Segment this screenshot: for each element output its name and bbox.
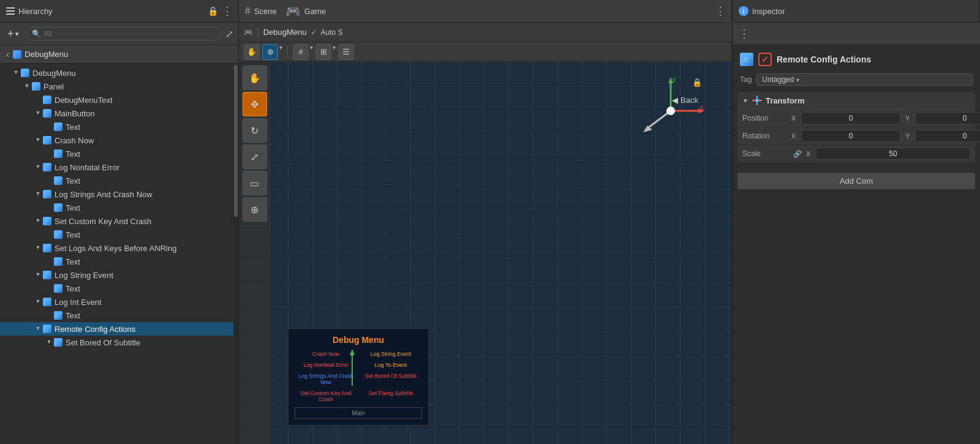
tree-item-label: Text	[66, 257, 80, 266]
set-bored-preview[interactable]: Set Bored Of Subtitle	[360, 372, 422, 386]
tree-item[interactable]: Log String Event	[0, 268, 233, 282]
tree-item-label: DebugMenuText	[55, 96, 113, 105]
move-gizmo-btn[interactable]: ✥	[243, 92, 267, 116]
scene-cube-icon: 🎮	[244, 28, 253, 37]
tree-item[interactable]: Crash Now	[0, 134, 233, 147]
rect-tool-btn[interactable]: ⊞	[315, 44, 331, 60]
transform-section: ▼ Transform Position	[737, 92, 975, 163]
rotation-x-input[interactable]	[801, 130, 900, 142]
inspector-content: □ ✓ Remote Config Actions Tag Untagged ▾…	[733, 45, 980, 444]
position-y-input[interactable]	[915, 112, 980, 124]
add-component-button[interactable]: Add Com	[737, 173, 975, 189]
tree-item[interactable]: Set Custom Key And Crash	[0, 214, 233, 228]
multi-gizmo-btn[interactable]: ⊕	[243, 197, 267, 222]
rotation-y-input[interactable]	[915, 130, 980, 142]
hierarchy-tree: DebugMenuPanelDebugMenuTextMainButtonTex…	[0, 64, 233, 444]
rect-gizmo-btn[interactable]: ▭	[243, 171, 267, 195]
log-to-event-preview[interactable]: Log To Event	[360, 361, 422, 369]
debug-menu-preview: Debug Menu Crash Now Log String Event Lo…	[288, 328, 429, 426]
tree-item[interactable]: Text	[0, 309, 233, 322]
tree-item[interactable]: Log Int Event	[0, 295, 233, 309]
lock-icon[interactable]: 🔒	[208, 6, 218, 16]
tree-item-label: Text	[66, 230, 80, 239]
tag-value[interactable]: Untagged ▾	[756, 73, 973, 86]
rotate-gizmo-btn[interactable]: ↻	[243, 118, 267, 143]
tree-item[interactable]: MainButton	[0, 107, 233, 120]
tree-item[interactable]: DebugMenuText	[0, 93, 233, 107]
move-tool-btn[interactable]: ⊕	[262, 44, 278, 60]
rect-tool-group: ⊞ ▾	[315, 44, 336, 60]
more-options-icon[interactable]: ⋮	[222, 4, 232, 18]
inspector-more-icon[interactable]: ⋮	[739, 27, 749, 40]
separator-1	[287, 46, 288, 58]
scene-more-options-icon[interactable]: ⋮	[715, 4, 725, 18]
hierarchy-breadcrumb: ‹ DebugMenu	[0, 45, 238, 64]
position-label: Position	[742, 114, 791, 122]
tree-item-label: Set Custom Key And Crash	[55, 217, 151, 226]
tree-item[interactable]: Text	[0, 174, 233, 187]
hierarchy-panel: + ▾ 🔍 ⤢ ‹ DebugMenu DebugMenuPanelDebugM…	[0, 23, 239, 444]
tree-item-label: Text	[66, 284, 80, 293]
tree-item[interactable]: Set Bored Of Subtitle	[0, 336, 233, 349]
tree-item[interactable]: Set Logs And Keys Before ANRing	[0, 241, 233, 255]
back-button-scene[interactable]: ◀ Back	[672, 96, 698, 105]
rot-x-label: X	[791, 132, 799, 140]
set-flying-preview[interactable]: Set Flying Subtitle	[360, 389, 422, 404]
tree-item[interactable]: Log Nonfatal Error	[0, 160, 233, 174]
hierarchy-scrollbar[interactable]	[233, 64, 238, 444]
tree-item[interactable]: Log Strings And Crash Now	[0, 187, 233, 201]
hierarchy-toolbar: + ▾ 🔍 ⤢	[0, 23, 238, 45]
scale-gizmo-btn[interactable]: ⤢	[243, 145, 267, 169]
breadcrumb-cube-icon	[13, 50, 21, 59]
scale-link-icon[interactable]: 🔗	[793, 150, 802, 158]
inspector-panel: ⋮ □ ✓ Remote Config Actions Tag Untagged…	[732, 23, 980, 444]
tree-item[interactable]: Remote Config Actions	[0, 322, 233, 336]
scene-tool-group: ✋	[244, 44, 260, 60]
search-box: 🔍	[26, 27, 221, 40]
tree-item[interactable]: Text	[0, 228, 233, 241]
dropdown-arrow-1[interactable]: ▾	[279, 44, 282, 60]
tree-item[interactable]: Text	[0, 147, 233, 160]
tree-item-label: Log Strings And Crash Now	[55, 190, 153, 199]
transform-header[interactable]: ▼ Transform	[737, 92, 975, 110]
tree-item[interactable]: Text	[0, 282, 233, 295]
set-custom-key-preview[interactable]: Set Custom Key And Crash	[295, 389, 357, 404]
search-input[interactable]	[44, 29, 215, 38]
svg-point-12	[755, 99, 759, 102]
add-button[interactable]: + ▾	[5, 26, 21, 42]
rotation-row: Rotation X Y Z	[737, 127, 975, 145]
dropdown-arrow-3[interactable]: ▾	[333, 44, 336, 60]
tag-value-text: Untagged	[762, 75, 794, 84]
svg-point-8	[666, 107, 675, 115]
component-cube-icon: □	[740, 53, 753, 66]
scale-x-input[interactable]	[816, 148, 970, 160]
rot-y-label: Y	[905, 132, 913, 140]
scene-panel-header: # Scene 🎮 Game ⋮	[239, 0, 732, 22]
3d-gizmo: y x 🔒	[634, 74, 707, 148]
debug-main-button[interactable]: Main	[295, 407, 422, 419]
dropdown-arrow-2[interactable]: ▾	[310, 44, 313, 60]
tag-label: Tag	[740, 75, 752, 84]
tag-dropdown-arrow[interactable]: ▾	[796, 77, 799, 83]
hand-tool-btn[interactable]: ✋	[244, 44, 260, 60]
tree-item[interactable]: DebugMenu	[0, 66, 233, 80]
inspector-panel-header: i Inspector	[732, 0, 980, 22]
svg-text:🔒: 🔒	[692, 77, 703, 88]
tree-item[interactable]: Text	[0, 201, 233, 214]
tree-item[interactable]: Text	[0, 120, 233, 134]
tree-item-label: Panel	[43, 82, 64, 91]
position-x-input[interactable]	[801, 112, 900, 124]
component-enabled-checkbox[interactable]: ✓	[758, 53, 772, 66]
expand-icon[interactable]: ⤢	[225, 28, 233, 40]
hand-gizmo-btn[interactable]: ✋	[243, 66, 267, 90]
back-arrow-icon[interactable]: ‹	[6, 49, 9, 60]
position-inputs: X Y Z	[791, 112, 980, 124]
grid-tool-btn[interactable]: #	[293, 44, 309, 60]
lines-tool-btn[interactable]: ☰	[338, 44, 354, 60]
scene-hash-icon: #	[245, 6, 251, 17]
lines-tool-group: ☰	[338, 44, 354, 60]
log-string-event-preview[interactable]: Log String Event	[360, 350, 422, 358]
tree-item[interactable]: Panel	[0, 80, 233, 93]
svg-text:y: y	[673, 75, 676, 83]
tree-item[interactable]: Text	[0, 255, 233, 268]
